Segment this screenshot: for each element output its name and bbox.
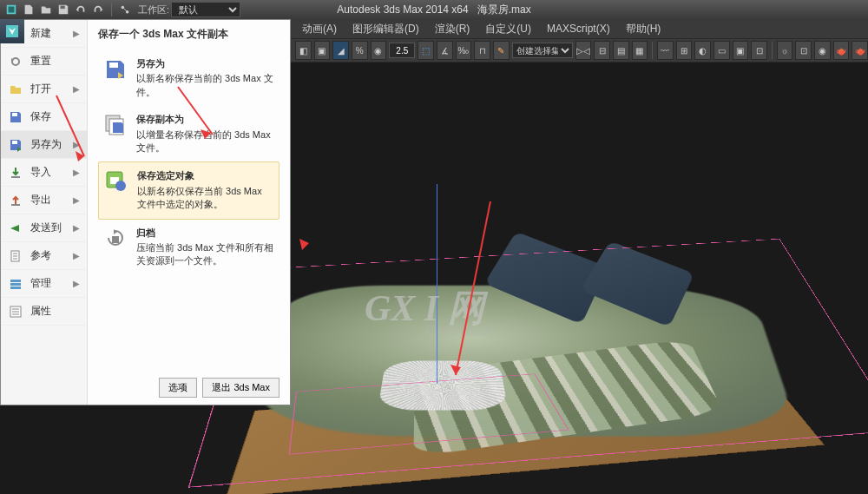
save-selected-icon xyxy=(104,169,128,194)
tool-icon[interactable]: ▦ xyxy=(632,41,648,60)
reference-icon xyxy=(8,248,23,264)
annotation-arrow xyxy=(56,96,100,174)
menu-help[interactable]: 帮助(H) xyxy=(619,20,668,38)
menu-label: 重置 xyxy=(30,54,51,69)
options-button[interactable]: 选项 xyxy=(159,378,197,398)
menu-item-reset[interactable]: 重置 xyxy=(1,48,87,76)
annotation-arrow xyxy=(443,201,512,401)
menu-label: 属性 xyxy=(30,304,51,319)
app-logo-icon[interactable] xyxy=(3,2,19,17)
tool-icon[interactable]: ▭ xyxy=(713,41,730,60)
chevron-right-icon: ▶ xyxy=(73,84,80,94)
schematic-icon[interactable]: ⊞ xyxy=(676,41,693,60)
angle-snap-icon[interactable]: ◢ xyxy=(332,41,349,60)
svg-rect-6 xyxy=(11,176,20,178)
separator xyxy=(772,42,773,59)
svg-rect-5 xyxy=(12,141,17,144)
app-menu-submenu: 保存一个 3ds Max 文件副本 另存为 以新名称保存当前的 3ds Max … xyxy=(88,20,290,405)
save-copy-icon xyxy=(103,113,128,137)
save-as-icon xyxy=(8,137,23,153)
tool-icon[interactable]: ▣ xyxy=(314,41,331,60)
chevron-right-icon: ▶ xyxy=(73,251,80,260)
manage-icon xyxy=(8,276,23,292)
menu-item-send-to[interactable]: 发送到 ▶ xyxy=(1,214,87,242)
open-icon[interactable] xyxy=(38,2,54,17)
save-icon[interactable] xyxy=(56,2,71,17)
render-icon[interactable]: ☼ xyxy=(777,41,793,60)
svg-point-17 xyxy=(115,181,126,191)
menu-item-export[interactable]: 导出 ▶ xyxy=(1,187,87,214)
app-title: Autodesk 3ds Max 2014 x64 海景房.max xyxy=(337,3,530,17)
undo-icon[interactable] xyxy=(73,2,89,17)
quick-access-toolbar: 工作区: 默认 Autodesk 3ds Max 2014 x64 海景房.ma… xyxy=(0,0,868,19)
svg-rect-7 xyxy=(11,204,20,206)
render-icon[interactable]: ⊡ xyxy=(795,41,812,60)
svg-rect-0 xyxy=(61,6,65,10)
menu-label: 导入 xyxy=(30,165,51,180)
submenu-archive[interactable]: 归档 压缩当前 3ds Max 文件和所有相关资源到一个文件。 xyxy=(98,220,279,275)
link-icon[interactable] xyxy=(117,2,133,17)
new-icon[interactable] xyxy=(21,2,36,17)
angle-icon[interactable]: ∡ xyxy=(437,41,453,60)
exit-button[interactable]: 退出 3ds Max xyxy=(202,378,279,398)
selection-set-select[interactable]: 创建选择集 xyxy=(512,43,573,58)
spinner-value[interactable] xyxy=(389,43,415,58)
render-frame-icon[interactable]: ⊡ xyxy=(751,41,767,60)
workspace-select[interactable]: 默认 xyxy=(171,2,240,17)
svg-rect-4 xyxy=(12,113,17,116)
menu-item-manage[interactable]: 管理 ▶ xyxy=(1,270,87,298)
teapot-icon[interactable]: 🫖 xyxy=(852,41,868,60)
teapot-icon[interactable]: 🫖 xyxy=(833,41,850,60)
material-icon[interactable]: ◐ xyxy=(694,41,711,60)
render-icon[interactable]: ◉ xyxy=(814,41,831,60)
menu-label: 发送到 xyxy=(30,221,62,235)
save-disk-icon xyxy=(8,109,23,125)
menu-maxscript[interactable]: MAXScript(X) xyxy=(540,21,617,36)
render-setup-icon[interactable]: ▣ xyxy=(733,41,749,60)
curve-editor-icon[interactable]: 〰 xyxy=(657,41,674,60)
menu-graph-editors[interactable]: 图形编辑器(D) xyxy=(345,20,426,38)
submenu-text: 保存选定对象 以新名称仅保存当前 3ds Max 文件中选定的对象。 xyxy=(137,169,273,211)
import-icon xyxy=(8,165,23,181)
percent-icon[interactable]: %₀ xyxy=(456,41,472,60)
menu-label: 保存 xyxy=(30,109,51,124)
separator xyxy=(111,3,112,16)
mirror-icon[interactable]: ▷◁ xyxy=(575,41,592,60)
submenu-title: 保存一个 3ds Max 文件副本 xyxy=(98,27,279,42)
edit-icon[interactable]: ✎ xyxy=(493,41,510,60)
menu-customize[interactable]: 自定义(U) xyxy=(478,20,538,38)
tool-icon[interactable]: ◉ xyxy=(371,41,387,60)
submenu-text: 归档 压缩当前 3ds Max 文件和所有相关资源到一个文件。 xyxy=(136,227,274,268)
svg-rect-18 xyxy=(112,236,119,243)
menu-rendering[interactable]: 渲染(R) xyxy=(428,20,477,38)
percent-snap-icon[interactable]: % xyxy=(352,41,368,60)
workspace-label: 工作区: xyxy=(138,3,169,16)
menu-animation[interactable]: 动画(A) xyxy=(295,20,344,38)
send-to-icon xyxy=(8,221,23,236)
app-menu-panel: 新建 ▶ 重置 打开 ▶ 保存 另存为 ▶ 导入 ▶ 导出 ▶ xyxy=(0,19,291,405)
align-icon[interactable]: ⊟ xyxy=(594,41,610,60)
redo-icon[interactable] xyxy=(90,2,106,17)
menu-item-properties[interactable]: 属性 xyxy=(1,298,87,326)
chevron-right-icon: ▶ xyxy=(73,195,80,205)
properties-icon xyxy=(8,304,23,319)
menu-label: 参考 xyxy=(30,248,51,263)
menu-label: 管理 xyxy=(30,276,51,291)
chevron-right-icon: ▶ xyxy=(73,29,80,38)
svg-rect-10 xyxy=(10,283,21,286)
chevron-right-icon: ▶ xyxy=(73,279,80,288)
layer-icon[interactable]: ▤ xyxy=(613,41,629,60)
save-as-icon xyxy=(103,57,128,82)
tool-icon[interactable]: ◧ xyxy=(295,41,312,60)
reset-icon xyxy=(8,54,23,69)
app-menu-button[interactable] xyxy=(0,19,24,43)
snap-toggle-icon[interactable]: ⬚ xyxy=(418,41,434,60)
menu-item-reference[interactable]: 参考 ▶ xyxy=(1,242,87,270)
svg-rect-11 xyxy=(10,287,21,289)
magnet-icon[interactable]: ⊓ xyxy=(474,41,490,60)
svg-rect-9 xyxy=(10,280,21,282)
app-menu-sidebar: 新建 ▶ 重置 打开 ▶ 保存 另存为 ▶ 导入 ▶ 导出 ▶ xyxy=(1,20,88,405)
submenu-save-selected[interactable]: 保存选定对象 以新名称仅保存当前 3ds Max 文件中选定的对象。 xyxy=(98,161,279,219)
archive-icon xyxy=(103,227,128,251)
menu-label: 新建 xyxy=(30,26,51,41)
